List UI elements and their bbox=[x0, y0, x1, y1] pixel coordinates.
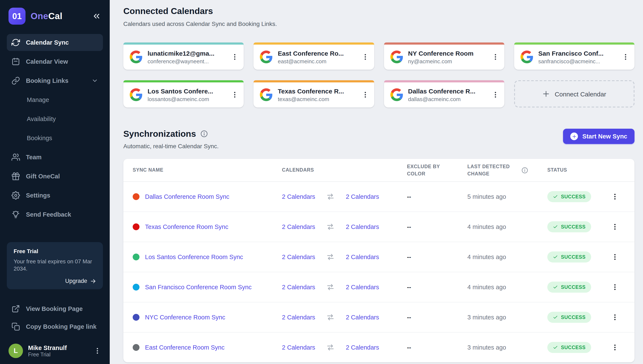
sidebar-item-manage[interactable]: Manage bbox=[7, 91, 103, 108]
user-row[interactable]: L Mike Stranulf Free Trial bbox=[7, 341, 103, 358]
start-new-sync-button[interactable]: Start New Sync bbox=[563, 129, 634, 144]
calendars-link[interactable]: 2 Calendars bbox=[282, 284, 315, 290]
kebab-icon[interactable] bbox=[361, 91, 369, 98]
sidebar-item-availability[interactable]: Availability bbox=[7, 110, 103, 128]
last-detected-change: 4 minutes ago bbox=[467, 284, 547, 290]
sync-table-body: Dallas Conference Room Sync2 Calendars2 … bbox=[123, 182, 634, 362]
calendars-link[interactable]: 2 Calendars bbox=[346, 314, 379, 321]
info-icon[interactable] bbox=[200, 130, 208, 138]
kebab-icon[interactable] bbox=[611, 314, 619, 321]
column-header-label: CALENDARS bbox=[282, 167, 314, 174]
collapse-sidebar-icon[interactable] bbox=[92, 12, 101, 21]
plus-icon bbox=[542, 90, 550, 98]
sidebar-item-bookings[interactable]: Bookings bbox=[7, 130, 103, 146]
sync-name-link[interactable]: Texas Conference Room Sync bbox=[145, 224, 228, 230]
sidebar-item-settings[interactable]: Settings bbox=[7, 187, 103, 204]
sidebar-item-label: Team bbox=[26, 154, 42, 160]
user-info: Mike Stranulf Free Trial bbox=[28, 344, 67, 358]
sidebar-item-calendar-sync[interactable]: Calendar Sync bbox=[7, 34, 103, 51]
check-icon bbox=[553, 194, 558, 199]
plus-circle-icon bbox=[570, 132, 578, 140]
sidebar-item-booking-links[interactable]: Booking Links bbox=[7, 72, 103, 89]
calendars-link[interactable]: 2 Calendars bbox=[282, 344, 315, 351]
kebab-icon[interactable] bbox=[492, 53, 499, 61]
sidebar-item-send-feedback[interactable]: Send Feedback bbox=[7, 206, 103, 223]
chevron-down-icon bbox=[91, 77, 98, 84]
calendar-card: East Conference Ro...east@acmeinc.com bbox=[254, 42, 374, 70]
sync-name-link[interactable]: East Conference Room Sync bbox=[145, 344, 225, 351]
google-icon bbox=[521, 50, 533, 63]
free-trial-card: Free Trial Your free trial expires on 07… bbox=[7, 242, 103, 289]
calendar-card: Los Santos Confere...lossantos@acmeinc.c… bbox=[123, 80, 244, 108]
calendars-link[interactable]: 2 Calendars bbox=[346, 224, 379, 230]
sync-table: SYNC NAMECALENDARSEXCLUDE BY COLORLAST D… bbox=[123, 159, 634, 362]
sidebar-item-calendar-view[interactable]: Calendar View bbox=[7, 53, 103, 70]
calendar-card-text: Los Santos Confere...lossantos@acmeinc.c… bbox=[148, 87, 226, 102]
sidebar-link-copy-booking-page-link[interactable]: Copy Booking Page link bbox=[7, 318, 103, 335]
kebab-icon[interactable] bbox=[611, 283, 619, 291]
swap-icon bbox=[326, 192, 335, 201]
user-plan: Free Trial bbox=[28, 352, 67, 358]
check-icon bbox=[553, 315, 558, 320]
calendars-link[interactable]: 2 Calendars bbox=[346, 193, 379, 200]
calendars-link[interactable]: 2 Calendars bbox=[282, 224, 315, 230]
table-row: Texas Conference Room Sync2 Calendars2 C… bbox=[123, 212, 634, 242]
kebab-icon[interactable] bbox=[611, 253, 619, 261]
calendars-link[interactable]: 2 Calendars bbox=[346, 284, 379, 290]
calendar-name: East Conference Ro... bbox=[278, 50, 356, 57]
status-label: SUCCESS bbox=[561, 345, 586, 350]
calendars-link[interactable]: 2 Calendars bbox=[282, 254, 315, 260]
column-header-label: STATUS bbox=[547, 167, 567, 174]
connect-calendar-button[interactable]: Connect Calendar bbox=[514, 80, 635, 108]
kebab-icon[interactable] bbox=[611, 193, 619, 200]
sidebar-footer-links: View Booking PageCopy Booking Page link bbox=[7, 300, 103, 335]
swap-icon bbox=[326, 222, 335, 231]
calendars-link[interactable]: 2 Calendars bbox=[346, 254, 379, 260]
status-badge: SUCCESS bbox=[547, 342, 591, 353]
kebab-icon[interactable] bbox=[492, 91, 499, 98]
sync-name-link[interactable]: San Francisco Conference Room Sync bbox=[145, 284, 252, 290]
calendars-link[interactable]: 2 Calendars bbox=[346, 344, 379, 351]
calendar-color-bar bbox=[123, 80, 244, 82]
column-header-sync-name: SYNC NAME bbox=[133, 167, 282, 174]
sync-name-link[interactable]: Dallas Conference Room Sync bbox=[145, 193, 230, 200]
sync-color-dot bbox=[133, 193, 139, 200]
kebab-icon[interactable] bbox=[231, 91, 239, 98]
calendar-card-text: Dallas Conference R...dallas@acmeinc.com bbox=[408, 87, 487, 102]
sync-color-dot bbox=[133, 254, 139, 260]
calendar-email: texas@acmeinc.com bbox=[278, 96, 356, 102]
kebab-icon[interactable] bbox=[622, 53, 629, 61]
calendar-email: lossantos@acmeinc.com bbox=[148, 96, 226, 102]
kebab-icon[interactable] bbox=[611, 223, 619, 231]
calendar-card: San Francisco Conf...sanfrancisco@acmein… bbox=[514, 42, 635, 70]
sidebar-item-gift-onecal[interactable]: Gift OneCal bbox=[7, 168, 103, 185]
calendar-card-text: lunaticmike12@gma...conference@wayneent.… bbox=[148, 50, 226, 64]
calendars-link[interactable]: 2 Calendars bbox=[282, 193, 315, 200]
free-trial-body: Your free trial expires on 07 Mar 2034. bbox=[14, 258, 96, 273]
link-icon bbox=[12, 76, 20, 85]
column-header-label: LAST DETECTED CHANGE bbox=[467, 163, 518, 177]
app-title-one: One bbox=[31, 11, 48, 21]
sync-name-link[interactable]: Los Santos Conference Room Sync bbox=[145, 254, 243, 260]
swap-icon bbox=[326, 283, 335, 291]
kebab-icon[interactable] bbox=[611, 344, 619, 351]
calendars-link[interactable]: 2 Calendars bbox=[282, 314, 315, 321]
sidebar-nav: Calendar SyncCalendar ViewBooking LinksM… bbox=[7, 34, 103, 223]
swap-icon bbox=[326, 343, 335, 352]
sidebar-item-team[interactable]: Team bbox=[7, 149, 103, 166]
sidebar-link-view-booking-page[interactable]: View Booking Page bbox=[7, 300, 103, 317]
kebab-icon[interactable] bbox=[361, 53, 369, 61]
sync-name-link[interactable]: NYC Conference Room Sync bbox=[145, 314, 225, 321]
exclude-by-color-value: -- bbox=[407, 284, 467, 290]
calendar-color-bar bbox=[514, 42, 635, 44]
info-icon[interactable] bbox=[521, 167, 528, 174]
calendar-email: conference@wayneent... bbox=[148, 58, 226, 64]
upgrade-link[interactable]: Upgrade bbox=[14, 278, 96, 284]
free-trial-title: Free Trial bbox=[14, 248, 96, 254]
synchronizations-subtitle: Automatic, real-time Calendar Sync. bbox=[123, 143, 219, 150]
calendar-card: Dallas Conference R...dallas@acmeinc.com bbox=[384, 80, 504, 108]
user-menu-icon[interactable] bbox=[94, 347, 101, 355]
kebab-icon[interactable] bbox=[231, 53, 239, 61]
swap-icon bbox=[326, 253, 335, 261]
sidebar-item-label: Gift OneCal bbox=[26, 173, 60, 180]
